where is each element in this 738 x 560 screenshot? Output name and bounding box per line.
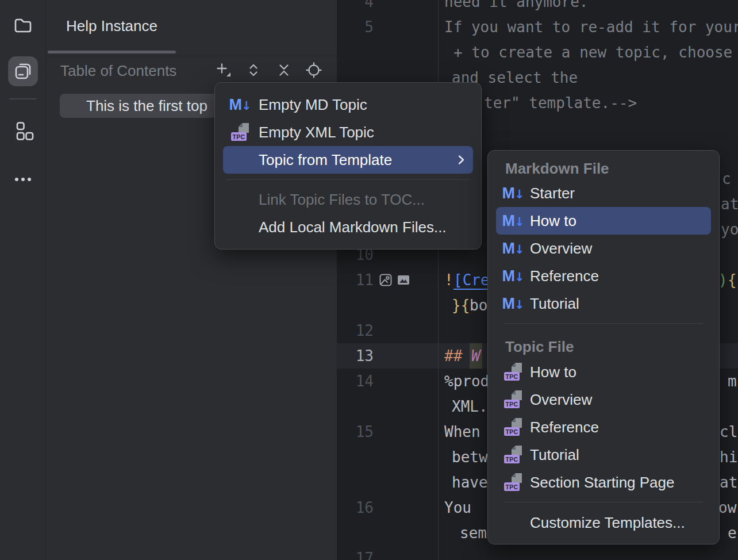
line-number: 11	[347, 267, 374, 293]
markdown-icon: M↓	[502, 185, 524, 202]
tab-help-instance[interactable]: Help Instance	[66, 17, 157, 35]
topic-template-submenu: Markdown File M↓ Starter M↓ How to M↓ Ov…	[487, 150, 720, 544]
template-md-how-to[interactable]: M↓ How to	[496, 207, 711, 235]
markdown-icon: M↓	[229, 96, 251, 114]
menu-item-label: Topic from Template	[259, 151, 392, 169]
code-segment: sem	[460, 520, 487, 546]
menu-item-empty-xml-topic[interactable]: TPC Empty XML Topic	[223, 118, 473, 146]
collapse-icon	[275, 61, 293, 79]
menu-item-customize-templates[interactable]: Customize Templates...	[496, 508, 711, 537]
gutter-image-icons[interactable]	[378, 273, 410, 287]
code-segment: ter" template.-->	[484, 90, 637, 116]
menu-item-label: Empty XML Topic	[259, 124, 374, 141]
structure-tool-button[interactable]	[8, 116, 38, 146]
collapse-all-button[interactable]	[273, 59, 295, 81]
topic-file-icon: TPC	[504, 418, 522, 436]
code-segment: bo	[470, 293, 487, 318]
code-line[interactable]: 4need it anymore.	[337, 0, 738, 14]
target-icon	[305, 61, 323, 79]
topics-icon	[12, 60, 34, 82]
section-header-markdown-file: Markdown File	[495, 158, 712, 179]
topic-file-icon: TPC	[504, 390, 522, 409]
code-segment: cl	[720, 419, 737, 444]
template-topic-how-to[interactable]: TPC How to	[496, 358, 711, 386]
menu-separator	[504, 502, 703, 503]
more-tools-button[interactable]	[8, 160, 38, 190]
markdown-icon: M↓	[502, 212, 524, 230]
sort-button[interactable]	[243, 59, 264, 81]
topic-file-icon: TPC	[504, 363, 522, 381]
screen: Help Instance Table of Contents	[0, 0, 738, 560]
topic-file-icon: TPC	[504, 473, 522, 492]
code-segment: yo	[721, 217, 738, 242]
code-segment: )	[718, 267, 728, 293]
menu-separator	[226, 179, 470, 180]
plus-icon	[214, 61, 232, 79]
markdown-icon: M↓	[502, 240, 524, 258]
sort-icon	[244, 61, 263, 79]
tab-underline	[48, 51, 176, 53]
code-segment: + to create a new topic, choose	[453, 40, 738, 65]
code-segment: You	[444, 495, 471, 520]
template-md-tutorial[interactable]: M↓ Tutorial	[496, 290, 711, 317]
line-number: 12	[347, 318, 374, 343]
tool-window-header: Help Instance	[46, 0, 337, 56]
toc-title: Table of Contents	[60, 62, 176, 80]
line-number: 13	[347, 343, 374, 369]
add-topic-button[interactable]	[212, 59, 234, 81]
line-number: 15	[347, 419, 374, 444]
topic-file-icon: TPC	[231, 123, 249, 141]
code-segment: {	[728, 267, 737, 293]
locate-button[interactable]	[303, 59, 325, 81]
template-topic-tutorial[interactable]: TPC Tutorial	[496, 441, 711, 469]
code-line[interactable]: 5If you want to re-add it for your	[337, 14, 738, 40]
image-outline-icon	[378, 273, 393, 287]
tool-window-stripe	[0, 0, 46, 560]
topic-file-icon: TPC	[504, 446, 522, 464]
line-number: 17	[347, 546, 374, 560]
menu-separator	[504, 323, 703, 324]
line-number: 4	[347, 0, 374, 14]
code-segment: ##	[444, 343, 462, 369]
markdown-icon: M↓	[502, 295, 524, 313]
code-segment: at	[720, 470, 737, 495]
code-segment: !	[444, 267, 453, 293]
menu-item-link-topic-files: Link Topic Files to TOC...	[223, 186, 473, 213]
markdown-icon: M↓	[502, 267, 524, 285]
code-segment: If you want to re-add it for your	[444, 14, 738, 40]
line-number: 14	[347, 369, 374, 394]
stripe-separator	[9, 98, 37, 99]
folder-icon	[12, 14, 34, 36]
topics-tool-button[interactable]	[8, 56, 38, 86]
menu-item-label: Link Topic Files to TOC...	[259, 191, 425, 209]
code-segment: betw	[452, 444, 488, 470]
code-line[interactable]: + to create a new topic, choose	[337, 40, 738, 65]
code-line[interactable]: 17	[337, 546, 738, 560]
template-topic-section-starting-page[interactable]: TPC Section Starting Page	[496, 469, 711, 496]
menu-item-empty-md-topic[interactable]: M↓ Empty MD Topic	[223, 91, 473, 118]
code-segment: %prod	[444, 369, 489, 394]
template-md-reference[interactable]: M↓ Reference	[496, 262, 711, 290]
code-segment: at	[721, 191, 738, 217]
template-topic-overview[interactable]: TPC Overview	[496, 386, 711, 413]
template-md-overview[interactable]: M↓ Overview	[496, 235, 711, 262]
more-icon	[12, 164, 34, 186]
code-segment: [Cre	[453, 267, 490, 293]
template-md-starter[interactable]: M↓ Starter	[496, 179, 711, 207]
code-segment: need it anymore.	[444, 0, 588, 14]
code-segment: XML.	[452, 394, 488, 419]
section-header-topic-file: Topic File	[495, 329, 712, 358]
line-number: 5	[347, 14, 374, 40]
menu-item-label: Empty MD Topic	[259, 96, 367, 114]
new-topic-menu: M↓ Empty MD Topic TPC Empty XML Topic To…	[214, 82, 482, 250]
code-segment: ow	[718, 495, 736, 520]
code-segment: m	[728, 369, 737, 394]
code-segment: W	[470, 343, 482, 369]
menu-item-topic-from-template[interactable]: Topic from Template	[223, 146, 473, 174]
submenu-chevron-icon	[453, 152, 468, 167]
template-topic-reference[interactable]: TPC Reference	[496, 413, 711, 441]
menu-item-add-local-markdown[interactable]: Add Local Markdown Files...	[223, 213, 473, 241]
code-segment: When	[444, 419, 481, 444]
line-number: 16	[347, 495, 374, 520]
project-tool-button[interactable]	[8, 10, 38, 40]
